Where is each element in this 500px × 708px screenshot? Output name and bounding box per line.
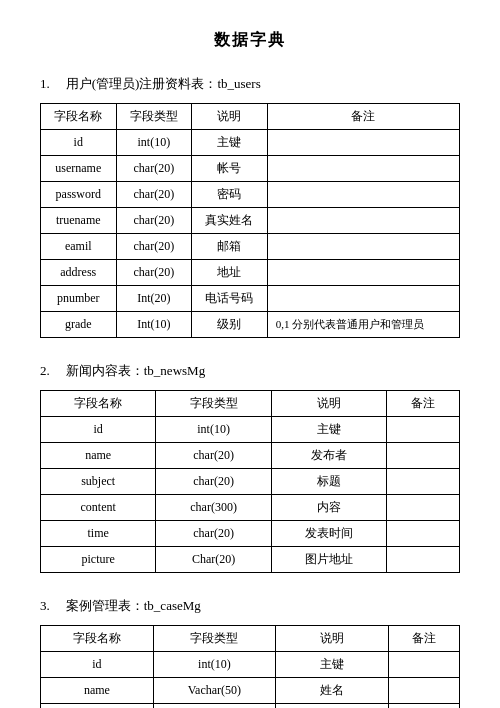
table-1-cell-1-3 <box>267 156 459 182</box>
table-1-cell-4-2: 邮箱 <box>192 234 268 260</box>
table-1-cell-1-1: char(20) <box>116 156 192 182</box>
table-row: usernamechar(20)帐号 <box>41 156 460 182</box>
section-2: 2.新闻内容表：tb_newsMg字段名称字段类型说明备注idint(10)主键… <box>40 362 460 573</box>
table-1-cell-7-2: 级别 <box>192 312 268 338</box>
table-1-cell-4-1: char(20) <box>116 234 192 260</box>
table-1-cell-3-2: 真实姓名 <box>192 208 268 234</box>
table-2-cell-2-3 <box>387 469 460 495</box>
table-3: 字段名称字段类型说明备注idint(10)主键nameVachar(50)姓名s… <box>40 625 460 708</box>
table-row: pictureChar(20)图片地址 <box>41 547 460 573</box>
table-3-header-2: 说明 <box>275 626 388 652</box>
table-3-cell-2-1: Vachar(50) <box>153 704 275 709</box>
table-3-header-0: 字段名称 <box>41 626 154 652</box>
table-1-cell-3-3 <box>267 208 459 234</box>
table-1-cell-6-1: Int(20) <box>116 286 192 312</box>
section-1: 1.用户(管理员)注册资料表：tb_users字段名称字段类型说明备注idint… <box>40 75 460 338</box>
table-2-header-3: 备注 <box>387 391 460 417</box>
table-2-cell-0-1: int(10) <box>156 417 271 443</box>
table-2-cell-1-0: name <box>41 443 156 469</box>
table-1: 字段名称字段类型说明备注idint(10)主键usernamechar(20)帐… <box>40 103 460 338</box>
table-2-cell-0-2: 主键 <box>271 417 386 443</box>
table-2-cell-3-2: 内容 <box>271 495 386 521</box>
table-row: gradeInt(10)级别0,1 分别代表普通用户和管理员 <box>41 312 460 338</box>
table-1-cell-4-0: eamil <box>41 234 117 260</box>
table-3-header-1: 字段类型 <box>153 626 275 652</box>
table-1-header-0: 字段名称 <box>41 104 117 130</box>
section-number-2: 2. <box>40 363 50 379</box>
table-2-cell-0-3 <box>387 417 460 443</box>
table-row: namechar(20)发布者 <box>41 443 460 469</box>
table-row: pnumberInt(20)电话号码 <box>41 286 460 312</box>
table-1-header-2: 说明 <box>192 104 268 130</box>
table-2-cell-1-2: 发布者 <box>271 443 386 469</box>
table-1-cell-5-2: 地址 <box>192 260 268 286</box>
section-title-2: 2.新闻内容表：tb_newsMg <box>40 362 460 380</box>
table-1-cell-7-0: grade <box>41 312 117 338</box>
table-3-cell-0-1: int(10) <box>153 652 275 678</box>
table-1-cell-5-1: char(20) <box>116 260 192 286</box>
table-2-cell-2-2: 标题 <box>271 469 386 495</box>
table-3-cell-2-0: subject <box>41 704 154 709</box>
table-3-header-3: 备注 <box>388 626 459 652</box>
table-2-cell-5-2: 图片地址 <box>271 547 386 573</box>
section-name-3: 案例管理表：tb_caseMg <box>66 597 201 615</box>
section-3: 3.案例管理表：tb_caseMg字段名称字段类型说明备注idint(10)主键… <box>40 597 460 708</box>
table-row: timechar(20)发表时间 <box>41 521 460 547</box>
table-1-cell-3-1: char(20) <box>116 208 192 234</box>
table-row: subjectchar(20)标题 <box>41 469 460 495</box>
table-row: truenamechar(20)真实姓名 <box>41 208 460 234</box>
table-1-cell-5-3 <box>267 260 459 286</box>
table-1-cell-0-1: int(10) <box>116 130 192 156</box>
table-3-cell-0-0: id <box>41 652 154 678</box>
section-number-1: 1. <box>40 76 50 92</box>
table-3-cell-2-3 <box>388 704 459 709</box>
table-1-cell-5-0: address <box>41 260 117 286</box>
table-2-header-1: 字段类型 <box>156 391 271 417</box>
table-1-cell-1-2: 帐号 <box>192 156 268 182</box>
table-row: nameVachar(50)姓名 <box>41 678 460 704</box>
table-2-cell-3-3 <box>387 495 460 521</box>
table-2-header-0: 字段名称 <box>41 391 156 417</box>
table-2-cell-1-1: char(20) <box>156 443 271 469</box>
table-1-header-3: 备注 <box>267 104 459 130</box>
table-1-cell-2-1: char(20) <box>116 182 192 208</box>
table-2-cell-4-0: time <box>41 521 156 547</box>
table-1-cell-7-1: Int(10) <box>116 312 192 338</box>
table-2-cell-4-2: 发表时间 <box>271 521 386 547</box>
table-3-cell-1-1: Vachar(50) <box>153 678 275 704</box>
table-1-cell-6-3 <box>267 286 459 312</box>
table-3-cell-0-3 <box>388 652 459 678</box>
table-1-cell-2-3 <box>267 182 459 208</box>
table-1-cell-0-3 <box>267 130 459 156</box>
table-2-cell-4-1: char(20) <box>156 521 271 547</box>
table-2-cell-5-1: Char(20) <box>156 547 271 573</box>
table-2-cell-1-3 <box>387 443 460 469</box>
table-1-header-1: 字段类型 <box>116 104 192 130</box>
table-1-cell-6-2: 电话号码 <box>192 286 268 312</box>
table-row: eamilchar(20)邮箱 <box>41 234 460 260</box>
table-row: idint(10)主键 <box>41 417 460 443</box>
table-2-cell-4-3 <box>387 521 460 547</box>
table-3-cell-2-2: 案例主题 <box>275 704 388 709</box>
table-2-cell-5-3 <box>387 547 460 573</box>
table-row: idint(10)主键 <box>41 652 460 678</box>
table-1-cell-7-3: 0,1 分别代表普通用户和管理员 <box>267 312 459 338</box>
page-title: 数据字典 <box>40 30 460 51</box>
table-2-header-2: 说明 <box>271 391 386 417</box>
table-1-cell-3-0: truename <box>41 208 117 234</box>
section-name-1: 用户(管理员)注册资料表：tb_users <box>66 75 261 93</box>
table-2-cell-3-0: content <box>41 495 156 521</box>
table-2-cell-0-0: id <box>41 417 156 443</box>
table-1-cell-4-3 <box>267 234 459 260</box>
section-name-2: 新闻内容表：tb_newsMg <box>66 362 205 380</box>
table-2-cell-2-1: char(20) <box>156 469 271 495</box>
table-3-cell-1-3 <box>388 678 459 704</box>
table-row: addresschar(20)地址 <box>41 260 460 286</box>
table-1-cell-6-0: pnumber <box>41 286 117 312</box>
table-row: passwordchar(20)密码 <box>41 182 460 208</box>
table-row: idint(10)主键 <box>41 130 460 156</box>
table-1-cell-2-0: password <box>41 182 117 208</box>
table-2-cell-2-0: subject <box>41 469 156 495</box>
table-3-cell-1-2: 姓名 <box>275 678 388 704</box>
table-1-cell-0-0: id <box>41 130 117 156</box>
